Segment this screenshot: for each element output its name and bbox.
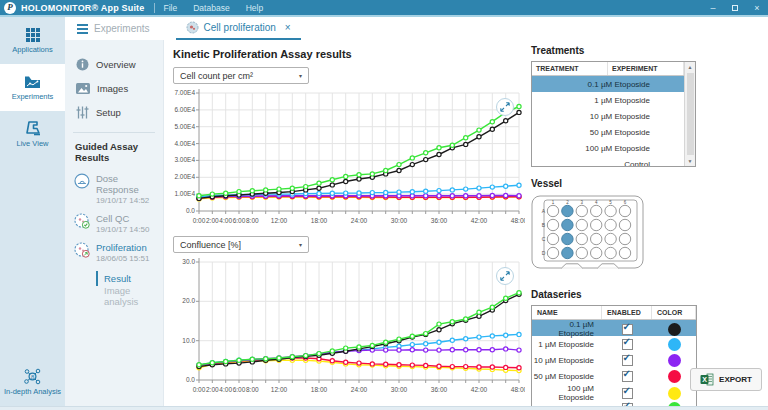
- enabled-checkbox[interactable]: ✓: [622, 371, 633, 382]
- svg-text:36:00: 36:00: [431, 217, 448, 224]
- chart2-metric-dropdown[interactable]: Confluence [%] ▾: [173, 236, 309, 253]
- nav-item-setup[interactable]: Setup: [65, 100, 163, 124]
- enabled-checkbox[interactable]: ✓: [622, 339, 633, 350]
- expand-chart-button[interactable]: [497, 268, 514, 285]
- tab-close-icon[interactable]: ×: [285, 22, 291, 33]
- well-B1[interactable]: [547, 219, 558, 230]
- dataseries-name: 50 µM Etoposide: [532, 372, 602, 381]
- treatment-row[interactable]: 10 µM Etoposide: [532, 108, 684, 124]
- sidebar-item-experiments[interactable]: Experiments: [0, 64, 65, 111]
- series-color-swatch[interactable]: [668, 370, 681, 383]
- experiments-menu-button[interactable]: Experiments: [65, 17, 162, 40]
- data-point: [450, 338, 454, 342]
- data-point: [357, 361, 361, 365]
- well-A3[interactable]: [576, 205, 587, 216]
- menu-file[interactable]: File: [164, 3, 178, 13]
- enabled-checkbox[interactable]: ✓: [622, 388, 633, 399]
- app-sidebar: Applications Experiments Live View: [0, 17, 65, 410]
- nav-item-images[interactable]: Images: [65, 76, 163, 100]
- well-B4[interactable]: [591, 219, 602, 230]
- well-A5[interactable]: [605, 205, 616, 216]
- data-point: [477, 310, 481, 314]
- well-B5[interactable]: [605, 219, 616, 230]
- treatment-row[interactable]: 1 µM Etoposide: [532, 92, 684, 108]
- proliferation-icon: [74, 242, 90, 258]
- series-color-swatch[interactable]: [668, 338, 681, 351]
- dataseries-row[interactable]: 10 µM Etoposide✓: [532, 352, 696, 368]
- export-button[interactable]: X EXPORT: [690, 368, 762, 391]
- treatment-row[interactable]: 50 µM Etoposide: [532, 124, 684, 140]
- data-point: [490, 348, 494, 352]
- well-B6[interactable]: [619, 219, 630, 230]
- applications-grid-icon: [26, 28, 40, 42]
- svg-text:2.00E4: 2.00E4: [174, 173, 195, 180]
- enabled-checkbox[interactable]: ✓: [622, 355, 633, 366]
- svg-text:30:00: 30:00: [391, 386, 408, 393]
- divider: [154, 3, 155, 13]
- scroll-up-icon[interactable]: ▲: [688, 62, 693, 72]
- chart1-metric-dropdown[interactable]: Cell count per cm² ▾: [173, 67, 309, 84]
- dataseries-row[interactable]: 0.1 µM Etoposide✓: [532, 320, 696, 336]
- data-point: [370, 343, 374, 347]
- enabled-checkbox[interactable]: ✓: [622, 324, 633, 335]
- svg-text:2:00: 2:00: [206, 217, 219, 224]
- sidebar-item-in-depth-analysis[interactable]: B In-depth Analysis: [0, 359, 65, 406]
- well-D4[interactable]: [591, 247, 602, 258]
- well-A1[interactable]: [547, 205, 558, 216]
- well-B3[interactable]: [576, 219, 587, 230]
- well-D5[interactable]: [605, 247, 616, 258]
- well-C5[interactable]: [605, 233, 616, 244]
- well-C4[interactable]: [591, 233, 602, 244]
- well-D3[interactable]: [576, 247, 587, 258]
- well-D6[interactable]: [619, 247, 630, 258]
- menu-database[interactable]: Database: [193, 3, 229, 13]
- well-B2[interactable]: [562, 219, 573, 230]
- well-A2[interactable]: [562, 205, 573, 216]
- treatment-row[interactable]: 0.1 µM Etoposide: [532, 76, 684, 92]
- well-plate: 123456ABCD: [531, 194, 645, 274]
- series-color-swatch[interactable]: [668, 354, 681, 367]
- treatment-row[interactable]: 100 µM Etoposide: [532, 140, 684, 156]
- minimize-button[interactable]: –: [702, 0, 724, 15]
- well-C3[interactable]: [576, 233, 587, 244]
- svg-text:X: X: [702, 376, 707, 383]
- sub-item-image-analysis[interactable]: Image analysis: [96, 288, 163, 303]
- svg-text:7.00E4: 7.00E4: [174, 89, 195, 96]
- data-point: [437, 322, 441, 326]
- well-C1[interactable]: [547, 233, 558, 244]
- dataseries-row[interactable]: 1 µM Etoposide✓: [532, 336, 696, 352]
- tab-cell-proliferation[interactable]: Cell proliferation ×: [176, 17, 301, 40]
- expand-chart-button[interactable]: [497, 99, 514, 116]
- treatment-row[interactable]: Control: [532, 156, 684, 167]
- checkmark-icon: ✓: [623, 352, 631, 363]
- well-A4[interactable]: [591, 205, 602, 216]
- sidebar-item-label: Live View: [17, 139, 49, 148]
- well-D2[interactable]: [562, 247, 573, 258]
- result-item-proliferation[interactable]: Proliferation 18/06/05 15:51: [65, 242, 163, 263]
- dataseries-row[interactable]: 50 µM Etoposide✓: [532, 368, 696, 384]
- treatments-scrollbar[interactable]: ▲ ▼: [684, 62, 695, 166]
- close-button[interactable]: ×: [746, 0, 768, 15]
- series-color-swatch[interactable]: [668, 387, 681, 400]
- well-A6[interactable]: [619, 205, 630, 216]
- scrollbar-thumb[interactable]: [687, 73, 694, 155]
- svg-text:10.0: 10.0: [182, 337, 195, 344]
- nav-item-label: Overview: [96, 59, 136, 70]
- menu-help[interactable]: Help: [246, 3, 263, 13]
- nav-item-overview[interactable]: Overview: [65, 52, 163, 76]
- well-D1[interactable]: [547, 247, 558, 258]
- sidebar-item-live-view[interactable]: Live View: [0, 111, 65, 158]
- result-item-dose-response[interactable]: Dose Response 19/10/17 14:52: [65, 173, 163, 205]
- series-color-swatch[interactable]: [668, 323, 681, 336]
- result-item-cell-qc[interactable]: Cell QC 19/10/17 14:50: [65, 213, 163, 234]
- well-C6[interactable]: [619, 233, 630, 244]
- scroll-down-icon[interactable]: ▼: [688, 156, 693, 166]
- sidebar-item-applications[interactable]: Applications: [0, 17, 65, 64]
- svg-text:12:00: 12:00: [271, 386, 288, 393]
- live-view-microscope-icon: [25, 121, 41, 136]
- data-point: [397, 190, 401, 194]
- maximize-button[interactable]: [724, 0, 746, 15]
- info-icon: [76, 58, 89, 71]
- dataseries-row[interactable]: 100 µM Etoposide✓: [532, 384, 696, 400]
- well-C2[interactable]: [562, 233, 573, 244]
